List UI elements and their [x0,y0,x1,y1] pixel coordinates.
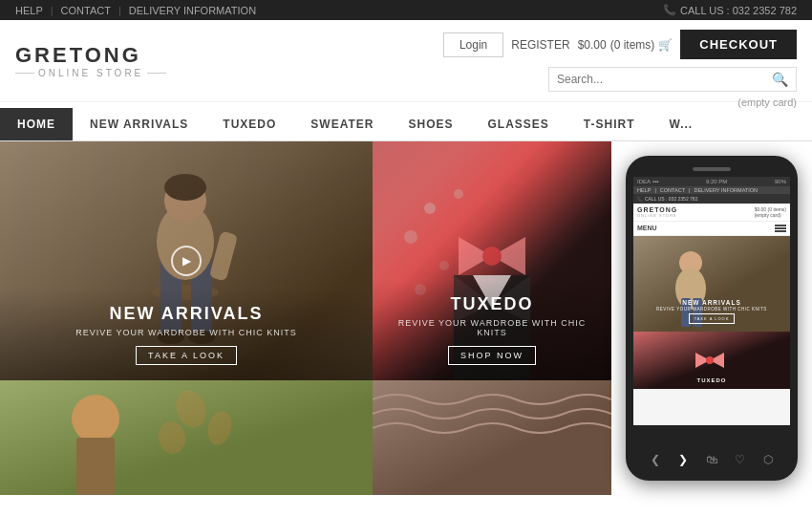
phone-mockup: IDEA ▪▪▪ 9:20 PM 90% HELP | CONTACT | DE… [611,141,812,495]
banners-area: ▶ NEW ARRIVALS REVIVE YOUR WARDROBE WITH… [0,141,611,495]
banner-1-cta[interactable]: TAKE A LOOK [136,346,237,365]
phone-icon: 📞 [663,4,676,16]
phone-sep1: | [654,187,655,193]
main-content: ▶ NEW ARRIVALS REVIVE YOUR WARDROBE WITH… [0,141,812,495]
svg-point-26 [72,395,119,442]
phone-cart-area: $0.00 (0 items) (empty card) [755,206,786,218]
phone-battery: 90% [775,179,786,184]
nav-shoes[interactable]: SHOES [391,108,470,140]
separator-2: | [118,5,121,16]
hamburger-line-3 [775,230,786,232]
login-button[interactable]: Login [443,32,503,57]
cart-icon[interactable]: 🛒 [658,38,673,52]
nav-home[interactable]: HOME [0,108,73,140]
phone-menu-label: MENU [637,225,657,231]
phone-time: 9:20 PM [706,179,727,184]
phone-carrier-info: IDEA ▪▪▪ [637,179,658,184]
phone-banner-text-2: TUXEDO [633,377,790,383]
phone-screen: IDEA ▪▪▪ 9:20 PM 90% HELP | CONTACT | DE… [633,177,790,425]
phone-nav-heart: ♡ [733,452,748,467]
nav-new-arrivals[interactable]: NEW ARRIVALS [73,108,205,140]
svg-point-19 [439,261,449,270]
phone-number-small: CALL US : 032 2352 782 [645,196,697,202]
logo-area: GRETONG ONLINE STORE [15,43,166,78]
banner-2-title: TUXEDO [388,294,596,314]
svg-point-40 [706,356,714,364]
phone-contact: CONTACT [660,187,685,193]
search-button[interactable]: 🔍 [772,72,788,87]
contact-link[interactable]: CONTACT [61,5,111,16]
cart-summary: $0.00 (0 items) 🛒 [578,38,673,52]
nav-glasses[interactable]: GLASSES [470,108,566,140]
banner-1-subtitle: REVIVE YOUR WARDROBE WITH CHIC KNITS [15,328,357,337]
hamburger-icon [775,225,786,232]
phone-logo-area: GRETONG ONLINE STORE [637,206,677,218]
logo-title: GRETONG [15,43,141,68]
banner-2-cta[interactable]: SHOP NOW [448,346,536,365]
banner-2-overlay: TUXEDO REVIVE YOUR WARDROBE WITH CHIC KN… [373,279,611,380]
phone-menu-bar: MENU [633,222,790,236]
banner-bottom-left[interactable] [0,380,373,495]
banner-1-title: NEW ARRIVALS [15,304,357,324]
banner-new-arrivals[interactable]: ▶ NEW ARRIVALS REVIVE YOUR WARDROBE WITH… [0,141,373,380]
phone-banner-sub-1: REVIVE YOUR WARDROBE WITH CHIC KNITS [633,307,790,312]
phone-nav-back: ❮ [648,452,663,467]
cart-empty-label: (empty card) [0,97,812,108]
register-button[interactable]: REGISTER [511,38,569,52]
phone-bottom-nav: ❮ ❯ 🛍 ♡ ⬡ [633,446,790,473]
svg-point-15 [482,247,502,266]
checkout-button[interactable]: CHECKOUT [680,30,797,59]
phone-banner-title-1: NEW ARRIVALS [633,299,790,306]
nav-tuxedo[interactable]: TUXEDO [205,108,293,140]
play-button[interactable]: ▶ [171,246,202,276]
phone-carrier: IDEA [637,179,651,184]
banner-bottom-row [0,380,611,495]
phone-status-bar: IDEA ▪▪▪ 9:20 PM 90% [633,177,790,186]
cart-amount: $0.00 [578,38,607,52]
nav-sweater[interactable]: SWEATER [293,108,391,140]
phone-info-bar: HELP | CONTACT | DELIVERY INFORMATION [633,186,790,194]
nav-more[interactable]: W... [652,108,711,140]
help-link[interactable]: HELP [15,5,43,16]
phone-banner-2: TUXEDO [633,332,790,389]
separator-1: | [51,5,53,16]
phone-banner-title-2: TUXEDO [633,377,790,383]
search-input[interactable] [557,73,772,86]
phone-nav-forward: ❯ [675,452,691,467]
phone-banner-text-1: NEW ARRIVALS REVIVE YOUR WARDROBE WITH C… [633,299,790,324]
phone-signal: ▪▪▪ [652,179,658,184]
phone-sep2: | [689,187,690,193]
phone-icon-small: 📞 [637,196,643,202]
logo-subtitle: ONLINE STORE [15,68,166,78]
svg-point-16 [424,203,436,214]
top-bar-links: HELP | CONTACT | DELIVERY INFORMATION [15,5,256,16]
phone-number-bar: 📞 CALL US : 032 2352 782 [633,194,790,204]
phone-logo-sub: ONLINE STORE [637,213,677,218]
svg-point-10 [164,174,206,201]
phone-logo: GRETONG [637,206,677,213]
header-right: Login REGISTER $0.00 (0 items) 🛒 CHECKOU… [443,30,797,92]
search-bar[interactable]: 🔍 [548,67,797,92]
phone-nav-bag: 🛍 [704,452,719,467]
delivery-link[interactable]: DELIVERY INFORMATION [129,5,256,16]
svg-rect-27 [76,438,115,495]
phone-number: CALL US : 032 2352 782 [680,5,797,16]
phone-device: IDEA ▪▪▪ 9:20 PM 90% HELP | CONTACT | DE… [626,156,798,481]
nav-tshirt[interactable]: T-SHIRT [566,108,652,140]
main-nav: HOME NEW ARRIVALS TUXEDO SWEATER SHOES G… [0,108,812,141]
banner-bottom-right[interactable] [373,380,611,495]
phone-delivery: DELIVERY INFORMATION [694,187,758,193]
phone-header: GRETONG ONLINE STORE $0.00 (0 items) (em… [633,204,790,222]
cart-count: (0 items) [610,38,655,52]
phone-banner-btn-1: TAKE A LOOK [689,313,736,324]
phone-cart-empty: (empty card) [755,212,786,218]
banner-1-overlay: NEW ARRIVALS REVIVE YOUR WARDROBE WITH C… [0,289,373,380]
banner-bg-4 [373,380,611,495]
svg-rect-31 [373,380,611,495]
banner-tuxedo[interactable]: TUXEDO REVIVE YOUR WARDROBE WITH CHIC KN… [373,141,611,380]
phone-help: HELP [637,187,651,193]
header-actions: Login REGISTER $0.00 (0 items) 🛒 CHECKOU… [443,30,797,59]
banner-2-subtitle: REVIVE YOUR WARDROBE WITH CHIC KNITS [388,318,596,337]
banner-top-row: ▶ NEW ARRIVALS REVIVE YOUR WARDROBE WITH… [0,141,611,380]
phone-nav-share: ⬡ [760,452,776,467]
